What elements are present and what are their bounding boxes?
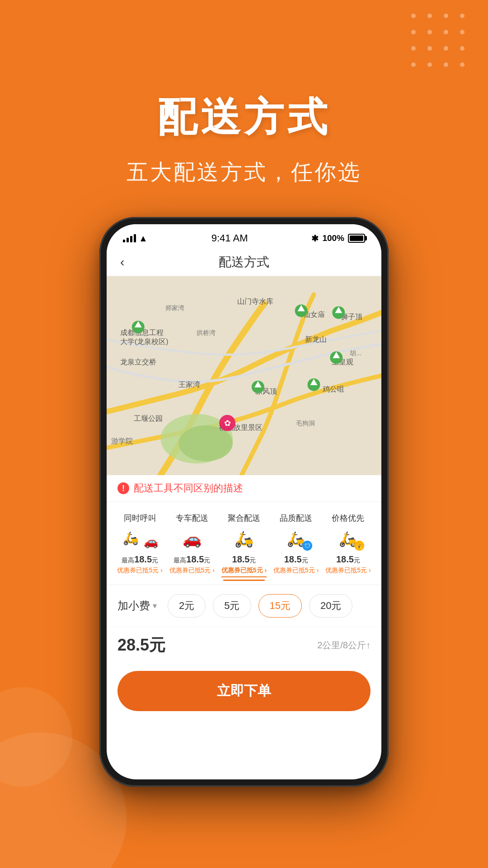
extra-fee-row: 加小费 ▾ 2元 5元 15元 20元 (107, 585, 381, 627)
wifi-icon: ▲ (139, 233, 148, 244)
total-price: 28.5元 (117, 634, 165, 656)
bg-circle-2 (0, 687, 72, 787)
svg-text:✿: ✿ (224, 419, 231, 428)
status-time: 9:41 AM (211, 232, 248, 244)
nav-bar: ‹ 配送方式 (107, 249, 381, 276)
option-aggregate[interactable]: 聚合配送 🛵 18.5元 优惠券已抵5元 › (218, 513, 270, 577)
svg-text:王家湾: 王家湾 (178, 381, 200, 388)
warning-icon: ! (117, 482, 129, 494)
phone-screen: ▲ 9:41 AM ✱ 100% ‹ 配送方式 (107, 224, 381, 779)
options-row: 同时呼叫 🛵 🚗 最高18.5元 优惠券已抵5元 › 专车配送 (114, 513, 374, 577)
option-quality[interactable]: 品质配送 🛵 🛡 18.5元 优惠券已抵5元 › (270, 513, 322, 577)
svg-text:山门寺水库: 山门寺水库 (237, 297, 273, 305)
svg-text:师家湾: 师家湾 (165, 304, 184, 311)
delivery-options: 同时呼叫 🛵 🚗 最高18.5元 优惠券已抵5元 › 专车配送 (107, 502, 381, 585)
back-button[interactable]: ‹ (120, 255, 124, 269)
option-simultaneous[interactable]: 同时呼叫 🛵 🚗 最高18.5元 优惠券已抵5元 › (114, 513, 166, 577)
phone-mockup: ▲ 9:41 AM ✱ 100% ‹ 配送方式 (99, 217, 389, 787)
fee-chips: 2元 5元 15元 20元 (168, 594, 352, 618)
map-svg: 成都信息工程 大学(龙泉校区) 龙泉立交桥 山门寺水库 仙女庙 狮子顶 新龙山 … (107, 276, 381, 475)
total-row: 28.5元 2公里/8公斤↑ (107, 627, 381, 664)
option-2-icon: 🚗 (174, 527, 210, 551)
svg-text:工堰公园: 工堰公园 (134, 415, 163, 422)
dropdown-arrow-icon[interactable]: ▾ (153, 601, 157, 611)
battery-percent: 100% (322, 233, 344, 243)
option-3-coupon: 优惠券已抵5元 › (221, 566, 267, 577)
option-5-name: 价格优先 (332, 513, 364, 524)
option-4-coupon: 优惠券已抵5元 › (273, 566, 319, 575)
svg-text:拱桥湾: 拱桥湾 (197, 329, 216, 336)
fee-chip-20[interactable]: 20元 (309, 594, 352, 618)
fee-chip-5[interactable]: 5元 (213, 594, 251, 618)
option-2-name: 专车配送 (176, 513, 208, 524)
warning-bar: ! 配送工具不同区别的描述 (107, 475, 381, 502)
option-3-icon: 🛵 (226, 527, 262, 551)
option-4-name: 品质配送 (280, 513, 312, 524)
option-1-coupon: 优惠券已抵5元 › (117, 566, 162, 575)
option-5-price: 18.5元 (336, 554, 360, 565)
svg-text:毛狗洞: 毛狗洞 (296, 420, 315, 427)
map-view[interactable]: 成都信息工程 大学(龙泉校区) 龙泉立交桥 山门寺水库 仙女庙 狮子顶 新龙山 … (107, 276, 381, 475)
order-button[interactable]: 立即下单 (117, 671, 371, 711)
battery-icon (348, 234, 365, 243)
page-title: 配送方式 (0, 90, 488, 144)
fee-chip-15[interactable]: 15元 (258, 594, 302, 618)
option-2-price: 最高18.5元 (174, 554, 210, 565)
svg-text:新龙山: 新龙山 (305, 335, 327, 343)
option-5-coupon: 优惠券已抵5元 › (325, 566, 371, 575)
option-price-first[interactable]: 价格优先 🛵 💰 18.5元 优惠券已抵5元 › (322, 513, 374, 577)
header-section: 配送方式 五大配送方式，任你选 (0, 0, 488, 187)
option-4-icon: 🛵 🛡 (278, 527, 314, 551)
fee-chip-2[interactable]: 2元 (168, 594, 206, 618)
svg-text:龙泉立交桥: 龙泉立交桥 (120, 358, 156, 366)
svg-text:游学院: 游学院 (111, 437, 133, 445)
svg-text:鸡公咀: 鸡公咀 (322, 385, 344, 393)
total-info: 2公里/8公斤↑ (317, 639, 371, 651)
status-left: ▲ (123, 233, 148, 244)
option-1-icon: 🛵 🚗 (122, 527, 158, 551)
warning-text: 配送工具不同区别的描述 (134, 481, 243, 495)
svg-text:大学(龙泉校区): 大学(龙泉校区) (120, 338, 169, 345)
option-3-price: 18.5元 (232, 554, 256, 565)
option-4-price: 18.5元 (284, 554, 308, 565)
status-right: ✱ 100% (311, 233, 365, 244)
signal-icon (123, 234, 136, 242)
option-5-icon: 🛵 💰 (330, 527, 366, 551)
option-dedicated-car[interactable]: 专车配送 🚗 最高18.5元 优惠券已抵5元 › (166, 513, 218, 577)
phone-body: ▲ 9:41 AM ✱ 100% ‹ 配送方式 (99, 217, 389, 787)
extra-fee-label: 加小费 ▾ (117, 599, 157, 613)
option-1-name: 同时呼叫 (124, 513, 156, 524)
page-subtitle: 五大配送方式，任你选 (0, 158, 488, 187)
option-3-name: 聚合配送 (228, 513, 260, 524)
option-2-coupon: 优惠券已抵5元 › (169, 566, 215, 575)
option-1-price: 最高18.5元 (122, 554, 158, 565)
svg-text:胡...: 胡... (350, 349, 361, 357)
status-bar: ▲ 9:41 AM ✱ 100% (107, 224, 381, 249)
nav-title: 配送方式 (219, 254, 269, 271)
bluetooth-icon: ✱ (311, 233, 319, 244)
